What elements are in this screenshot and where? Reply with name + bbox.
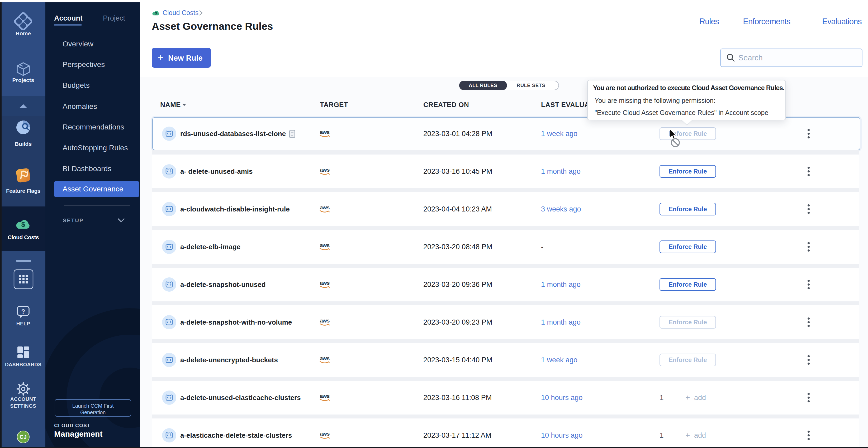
svg-text:?: ? <box>21 308 25 315</box>
svg-text:aws: aws <box>320 243 330 248</box>
svg-text:aws: aws <box>320 280 330 286</box>
svg-text:aws: aws <box>320 130 330 135</box>
svg-text:aws: aws <box>320 167 330 173</box>
svg-text:aws: aws <box>320 205 330 210</box>
svg-text:$: $ <box>21 220 25 228</box>
svg-text:$: $ <box>155 11 157 15</box>
svg-text:aws: aws <box>320 318 330 323</box>
svg-text:aws: aws <box>320 356 330 361</box>
svg-text:aws: aws <box>320 431 330 437</box>
svg-text:aws: aws <box>320 393 330 399</box>
